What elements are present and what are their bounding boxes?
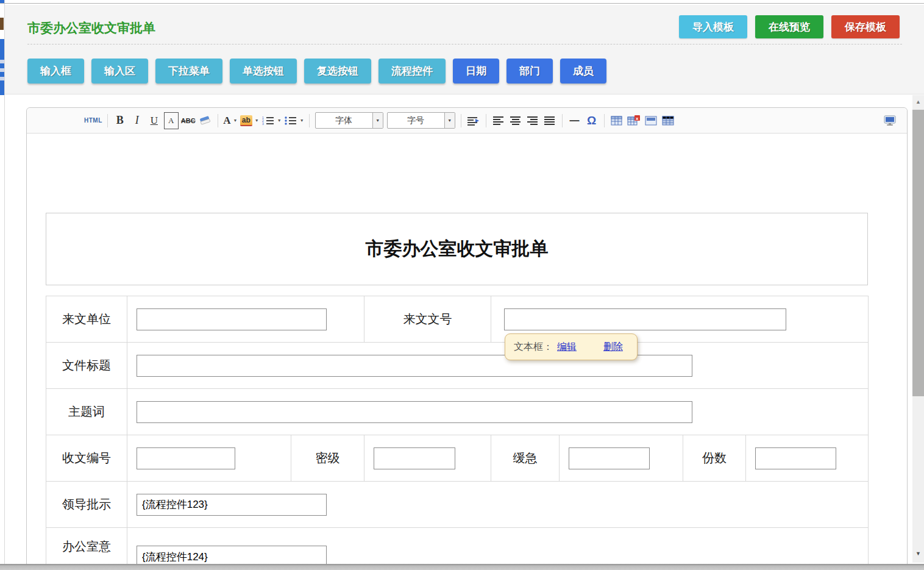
highlight-glyph: ab (240, 115, 252, 126)
chevron-down-icon[interactable]: ▼ (300, 118, 304, 123)
chevron-down-icon[interactable]: ▼ (233, 118, 237, 123)
page-title: 市委办公室收文审批单 (27, 20, 155, 37)
sliver-icon-fragment (0, 18, 4, 30)
fullscreen-icon[interactable] (883, 112, 897, 129)
font-frame-button[interactable]: A (164, 112, 179, 129)
scroll-up-icon[interactable]: ▲ (912, 96, 924, 107)
widget-dropdown-button[interactable]: 下拉菜单 (155, 59, 222, 84)
urgency-input[interactable] (569, 447, 650, 469)
field-label-source-unit: 来文单位 (46, 296, 127, 343)
chevron-down-icon[interactable]: ▼ (277, 118, 282, 123)
table-row: 文件标题 (46, 343, 869, 389)
toolbar-separator (486, 114, 486, 127)
text-color-glyph: A (223, 115, 230, 127)
doc-number-input[interactable] (504, 308, 786, 330)
widget-member-button[interactable]: 成员 (560, 59, 606, 84)
source-unit-input[interactable] (137, 308, 327, 330)
text-color-button[interactable]: A ▼ (223, 112, 238, 129)
font-size-label: 字号 (388, 113, 444, 128)
ordered-list-button[interactable]: 1 2 3 ▼ (261, 112, 282, 129)
bold-button[interactable]: B (113, 112, 127, 129)
widget-tooltip: 文本框： 编辑 删除 (505, 333, 638, 360)
svg-text:x: x (636, 116, 639, 121)
table-row: 收文编号 密级 缓急 份数 (46, 435, 869, 482)
table-row: 来文单位 来文文号 (46, 296, 869, 343)
widget-flow-control-button[interactable]: 流程控件 (378, 59, 446, 84)
receive-no-input[interactable] (137, 447, 235, 469)
form-title-box: 市委办公室收文审批单 (46, 213, 868, 285)
online-preview-button[interactable]: 在线预览 (755, 15, 823, 38)
form-title: 市委办公室收文审批单 (366, 237, 549, 262)
subject-input[interactable] (137, 401, 692, 423)
save-template-button[interactable]: 保存模板 (831, 15, 900, 38)
widget-toolbar: 输入框 输入区 下拉菜单 单选按钮 复选按钮 流程控件 日期 部门 成员 (27, 59, 606, 84)
sliver-sidebar-fragment (0, 39, 4, 95)
html-source-button[interactable]: HTML (84, 112, 102, 129)
chevron-down-icon[interactable]: ▼ (444, 113, 455, 128)
font-size-select[interactable]: 字号 ▼ (387, 112, 455, 129)
field-label-copies: 份数 (683, 435, 746, 482)
table-properties-icon[interactable] (644, 112, 658, 129)
window-bottom-edge (0, 564, 924, 570)
toolbar-separator (461, 114, 461, 127)
font-family-label: 字体 (316, 113, 372, 128)
horizontal-rule-button[interactable]: — (567, 112, 582, 129)
field-label-urgency: 缓急 (491, 435, 560, 482)
strikethrough-button[interactable]: ABC (181, 112, 196, 129)
sliver-dash (0, 77, 4, 80)
table-row: 主题词 (46, 389, 869, 435)
bullet-list-button[interactable]: ▼ (284, 112, 304, 129)
field-label-secrecy: 密级 (291, 435, 364, 482)
form-table: 来文单位 来文文号 文件标题 主题词 (46, 296, 869, 570)
tooltip-delete-link[interactable]: 删除 (603, 341, 623, 354)
editor-canvas[interactable]: 市委办公室收文审批单 来文单位 来文文号 文件标题 (27, 134, 907, 570)
field-label-subject: 主题词 (46, 389, 127, 435)
field-label-doc-title: 文件标题 (46, 343, 127, 389)
delete-table-icon[interactable]: x (627, 112, 641, 129)
secrecy-input[interactable] (374, 447, 455, 469)
font-family-select[interactable]: 字体 ▼ (315, 112, 383, 129)
scrollbar-thumb[interactable] (912, 110, 924, 396)
window-top-edge (0, 3, 924, 4)
field-label-leader-note: 领导批示 (46, 482, 127, 528)
widget-radio-button[interactable]: 单选按钮 (230, 59, 297, 84)
scroll-down-icon[interactable]: ▼ (912, 548, 924, 559)
widget-textarea-button[interactable]: 输入区 (91, 59, 148, 84)
chevron-down-icon[interactable]: ▼ (255, 118, 259, 123)
vertical-scrollbar[interactable]: ▲ ▼ (912, 95, 924, 563)
cell-properties-icon[interactable] (661, 112, 675, 129)
sliver-dash (0, 68, 4, 72)
rich-text-editor: HTML B I U A ABC A ▼ ab ▼ 1 2 3 (26, 107, 908, 570)
header-actions: 导入模板 在线预览 保存模板 (679, 15, 900, 38)
toolbar-separator (107, 114, 108, 127)
special-char-button[interactable]: Ω (585, 112, 599, 129)
widget-date-button[interactable]: 日期 (453, 59, 499, 84)
header-divider (27, 44, 902, 45)
align-justify-icon[interactable] (542, 112, 557, 129)
leader-note-input[interactable] (137, 494, 327, 516)
toolbar-separator (218, 114, 218, 127)
widget-department-button[interactable]: 部门 (506, 59, 553, 84)
widget-checkbox-button[interactable]: 复选按钮 (304, 59, 371, 84)
indent-icon[interactable] (466, 112, 481, 129)
chevron-down-icon[interactable]: ▼ (372, 113, 383, 128)
field-label-receive-no: 收文编号 (46, 435, 127, 482)
highlight-color-button[interactable]: ab ▼ (240, 112, 259, 129)
editor-toolbar: HTML B I U A ABC A ▼ ab ▼ 1 2 3 (27, 108, 907, 134)
align-right-icon[interactable] (525, 112, 540, 129)
import-template-button[interactable]: 导入模板 (679, 15, 747, 38)
align-left-icon[interactable] (491, 112, 506, 129)
widget-input-button[interactable]: 输入框 (27, 59, 84, 84)
template-header: 市委办公室收文审批单 导入模板 在线预览 保存模板 输入框 输入区 下拉菜单 单… (5, 5, 924, 94)
remove-format-eraser-icon[interactable] (198, 112, 213, 129)
italic-button[interactable]: I (130, 112, 144, 129)
underline-button[interactable]: U (147, 112, 162, 129)
copies-input[interactable] (755, 447, 836, 469)
align-center-icon[interactable] (508, 112, 523, 129)
tooltip-edit-link[interactable]: 编辑 (557, 341, 577, 354)
field-label-doc-number: 来文文号 (364, 296, 491, 343)
insert-table-icon[interactable] (609, 112, 624, 129)
toolbar-separator (309, 114, 310, 127)
svg-text:3: 3 (262, 122, 264, 126)
toolbar-separator (604, 114, 605, 127)
